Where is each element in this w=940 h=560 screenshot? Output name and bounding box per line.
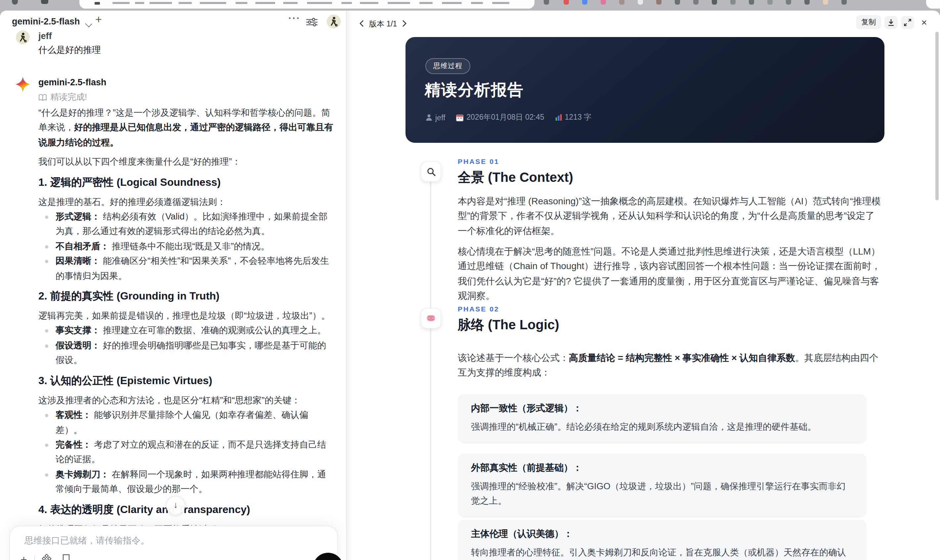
dimension-card: 主体伦理（认识美德）： 转向推理者的心理特征。引入奥卡姆剃刀和反向论证，旨在克服… (458, 520, 866, 560)
section-lead: 这涉及推理者的心态和方法论，也是区分“杠精”和“思想家”的关键： (39, 393, 334, 408)
calendar-icon (456, 113, 464, 122)
favicon-fragment (95, 2, 100, 5)
message-composer[interactable]: 思维接口已就绪，请传输指令。 + (9, 526, 338, 560)
report-datetime: 2026年01月08日 02:45 (456, 112, 544, 122)
list-item: 奥卡姆剃刀：在解释同一个现象时，如果两种推理都能站得住脚，通常倾向于最简单、假设… (39, 467, 334, 497)
section-heading: 4. 表达的透明度 (Clarity and Transparency) (39, 502, 334, 517)
extension-icon-fragment (786, 0, 791, 5)
extension-icon-fragment (804, 0, 810, 5)
report-meta: jeff 2026年01月08日 02:45 1213 字 (425, 112, 592, 122)
browser-icon-fragment (12, 0, 18, 5)
brain-icon (421, 308, 441, 329)
section-heading: 1. 逻辑的严密性 (Logical Soundness) (39, 174, 334, 190)
list-item: 因果清晰：能准确区分“相关性”和“因果关系”，不会轻率地将先后发生的事情归为因果… (39, 254, 334, 284)
card-title: 内部一致性（形式逻辑）： (471, 403, 853, 415)
browser-strip (0, 0, 940, 11)
bullet-list: 事实支撑：推理建立在可靠的数据、准确的观测或公认的真理之上。 假设透明：好的推理… (39, 324, 334, 368)
list-item: 不自相矛盾：推理链条中不能出现“既是又非”的情况。 (39, 239, 334, 254)
phase-timeline (430, 180, 431, 560)
close-button[interactable]: × (917, 15, 931, 29)
extension-icon-fragment (656, 0, 661, 5)
version-label: 版本 1/1 (369, 19, 397, 29)
section-heading: 3. 认知的公正性 (Epistemic Virtues) (39, 372, 334, 388)
download-icon (887, 18, 895, 26)
phase2-label: PHASE 02 (458, 305, 499, 313)
section-lead: 逻辑再完美，如果前提是错误的，推理也是垃圾（即“垃圾进，垃圾出”）。 (39, 309, 334, 324)
extension-icon-fragment (675, 0, 680, 5)
report-word-count: 1213 字 (555, 112, 592, 122)
app-window: gemini-2.5-flash + ··· jeff (0, 11, 940, 560)
bullet-list: 形式逻辑：结构必须有效（Valid）。比如演绎推理中，如果前提全部为真，那么通过… (39, 209, 334, 284)
phase1-heading: 全景 (The Context) (458, 169, 573, 186)
extension-icon-fragment (544, 0, 549, 5)
more-menu-button[interactable]: ··· (288, 12, 300, 23)
dimension-card: 外部真实性（前提基础）： 强调推理的“经验校准”。解决“GIGO（垃圾进，垃圾出… (458, 454, 866, 518)
card-body: 强调推理的“机械正确”。结论必须在给定的规则系统内逻辑自洽，这是推理的硬件基础。 (471, 420, 853, 434)
extension-icon-fragment (601, 0, 606, 5)
extension-icon-fragment (767, 0, 773, 5)
chevron-down-icon[interactable] (85, 20, 92, 27)
person-icon (425, 114, 433, 121)
intro-paragraph: “什么是好的推理？”这是一个涉及逻辑学、认知科学和哲学核心的问题。简单来说，好的… (39, 106, 334, 150)
card-title: 主体伦理（认识美德）： (471, 528, 853, 540)
report-badge: 思维过程 (425, 58, 470, 74)
gemini-star-icon (15, 77, 31, 92)
artifact-panel: 版本 1/1 复制 × 思维过程 精读分析报告 (347, 11, 940, 560)
magnifier-icon (421, 162, 441, 182)
version-next-button[interactable] (402, 18, 407, 30)
bookmark-icon[interactable] (62, 554, 70, 560)
extension-icon-fragment (582, 0, 587, 5)
scroll-to-bottom-button[interactable]: ↓ (166, 496, 185, 515)
browser-icon-fragment (41, 0, 48, 4)
report-title: 精读分析报告 (425, 79, 524, 100)
extension-icon-fragment (693, 0, 698, 5)
expand-button[interactable] (901, 15, 914, 29)
browser-tab[interactable] (79, 0, 535, 9)
composer-placeholder: 思维接口已就绪，请传输指令。 (25, 535, 149, 547)
skills-diamond-icon[interactable] (42, 554, 52, 560)
settings-sliders-icon[interactable] (306, 17, 317, 29)
user-avatar[interactable] (327, 15, 341, 28)
assistant-status: 精读完成! (39, 91, 87, 103)
extension-icon-fragment (841, 0, 847, 5)
version-prev-button[interactable] (359, 18, 364, 30)
download-button[interactable] (885, 15, 898, 29)
phase1-paragraph: 本内容是对“推理 (Reasoning)”这一抽象概念的高层建模。在知识爆炸与人… (458, 194, 881, 238)
phase2-heading: 脉络 (The Logic) (458, 316, 559, 334)
artifact-actions: 复制 × (856, 15, 931, 29)
conversation-title[interactable]: gemini-2.5-flash (12, 17, 80, 26)
user-message-author: jeff (39, 31, 52, 41)
divider (34, 555, 35, 560)
section-heading: 2. 前提的真实性 (Grounding in Truth) (39, 288, 334, 304)
user-avatar (16, 31, 30, 44)
card-title: 外部真实性（前提基础）： (471, 462, 853, 474)
card-body: 强调推理的“经验校准”。解决“GIGO（垃圾进，垃圾出）”问题，确保推理引擎运行… (471, 479, 853, 508)
voice-input-button[interactable] (313, 553, 343, 560)
extension-icon-fragment (619, 0, 624, 5)
bullet-list: 客观性：能够识别并尽量排除个人偏见（如幸存者偏差、确认偏差）。 完备性：考虑了对… (39, 408, 334, 497)
assistant-status-text: 精读完成! (50, 91, 87, 103)
new-chat-button[interactable]: + (95, 13, 102, 26)
card-body: 转向推理者的心理特征。引入奥卡姆剃刀和反向论证，旨在克服人类（或机器）天然存在的… (471, 545, 853, 560)
extension-icon-fragment (823, 0, 828, 5)
scrollbar-thumb[interactable] (935, 32, 938, 200)
extension-icon-fragment (730, 0, 736, 5)
section-lead: 这是推理的基石。好的推理必须遵循逻辑法则： (39, 195, 334, 209)
report-header-card: 思维过程 精读分析报告 jeff 2026年01月08日 02:45 1213 … (405, 37, 885, 143)
report-author: jeff (425, 113, 445, 122)
list-item: 形式逻辑：结构必须有效（Valid）。比如演绎推理中，如果前提全部为真，那么通过… (39, 209, 334, 239)
phase1-label: PHASE 01 (458, 157, 499, 165)
bar-chart-icon (555, 114, 562, 121)
book-icon (39, 94, 47, 101)
attach-plus-button[interactable]: + (20, 554, 27, 560)
extension-icon-fragment (749, 0, 754, 5)
list-item: 客观性：能够识别并尽量排除个人偏见（如幸存者偏差、确认偏差）。 (39, 408, 334, 438)
phase1-paragraph: 核心情境在于解决“思考的随意性”问题。不论是人类通过批判性思维进行决策，还是大语… (458, 244, 881, 303)
screen: gemini-2.5-flash + ··· jeff (0, 0, 940, 560)
list-item: 事实支撑：推理建立在可靠的数据、准确的观测或公认的真理之上。 (39, 324, 334, 338)
dimension-card: 内部一致性（形式逻辑）： 强调推理的“机械正确”。结论必须在给定的规则系统内逻辑… (458, 394, 866, 444)
copy-button[interactable]: 复制 (856, 15, 881, 29)
list-item: 假设透明：好的推理会明确指明哪些是已知事实，哪些是基于可能的假设。 (39, 338, 334, 368)
assistant-message-body: “什么是好的推理？”这是一个涉及逻辑学、认知科学和哲学核心的问题。简单来说，好的… (39, 106, 334, 560)
core-formula: 高质量结论 = 结构完整性 × 事实准确性 × 认知自律系数 (569, 352, 795, 363)
